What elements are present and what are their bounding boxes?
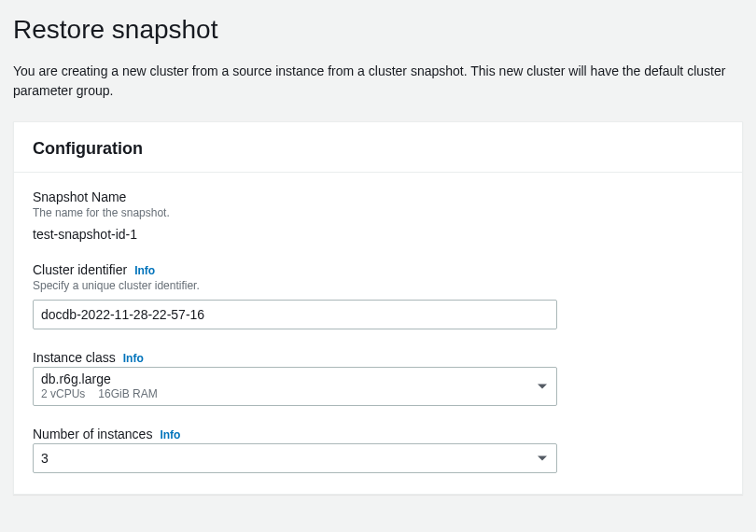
num-instances-select[interactable]: 3 <box>33 443 557 473</box>
instance-class-select[interactable]: db.r6g.large 2 vCPUs 16GiB RAM <box>33 367 557 406</box>
instance-class-field: Instance class Info db.r6g.large 2 vCPUs… <box>33 350 723 406</box>
snapshot-name-value: test-snapshot-id-1 <box>33 227 723 242</box>
cluster-identifier-info-link[interactable]: Info <box>134 264 155 277</box>
panel-header: Configuration <box>14 122 742 173</box>
instance-class-info-link[interactable]: Info <box>123 352 144 365</box>
cluster-identifier-help: Specify a unique cluster identifier. <box>33 279 723 292</box>
snapshot-name-help: The name for the snapshot. <box>33 206 723 219</box>
chevron-down-icon <box>538 385 547 389</box>
configuration-panel: Configuration Snapshot Name The name for… <box>13 121 743 495</box>
chevron-down-icon <box>538 456 547 461</box>
panel-title: Configuration <box>33 139 723 159</box>
instance-class-value: db.r6g.large <box>41 371 528 387</box>
cluster-identifier-input[interactable] <box>33 300 557 329</box>
num-instances-label: Number of instances <box>33 427 152 441</box>
page-title: Restore snapshot <box>13 15 743 45</box>
snapshot-name-field: Snapshot Name The name for the snapshot.… <box>33 189 723 242</box>
snapshot-name-label: Snapshot Name <box>33 189 723 204</box>
instance-class-ram: 16GiB RAM <box>98 387 157 402</box>
instance-class-cpu: 2 vCPUs <box>41 387 85 402</box>
instance-class-label: Instance class <box>33 350 116 365</box>
num-instances-info-link[interactable]: Info <box>160 428 180 441</box>
page-description: You are creating a new cluster from a so… <box>13 62 732 101</box>
cluster-identifier-label: Cluster identifier <box>33 262 127 277</box>
num-instances-field: Number of instances Info 3 <box>33 427 723 473</box>
panel-body: Snapshot Name The name for the snapshot.… <box>14 173 742 494</box>
num-instances-value: 3 <box>41 451 528 467</box>
cluster-identifier-field: Cluster identifier Info Specify a unique… <box>33 262 723 329</box>
